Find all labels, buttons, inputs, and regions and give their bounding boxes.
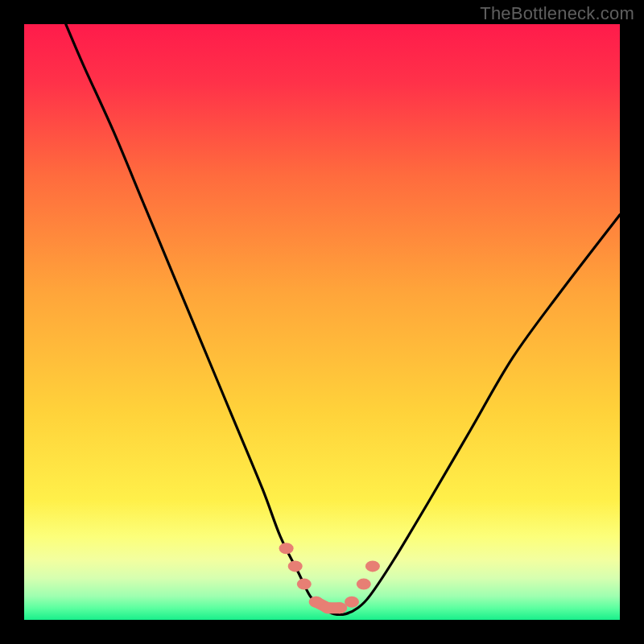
- highlight-dot: [279, 543, 294, 554]
- bottleneck-curve: [66, 24, 620, 615]
- highlight-dot: [345, 597, 359, 608]
- highlight-dot: [297, 579, 312, 590]
- plot-area: [24, 24, 620, 620]
- highlight-dot: [309, 597, 324, 608]
- highlight-dot: [365, 560, 380, 572]
- watermark-text: TheBottleneck.com: [480, 3, 634, 24]
- highlight-dot: [288, 560, 303, 572]
- curve-layer: [24, 24, 620, 620]
- chart-frame: TheBottleneck.com: [0, 0, 644, 644]
- highlight-dot: [357, 579, 371, 590]
- highlight-dot: [332, 602, 347, 613]
